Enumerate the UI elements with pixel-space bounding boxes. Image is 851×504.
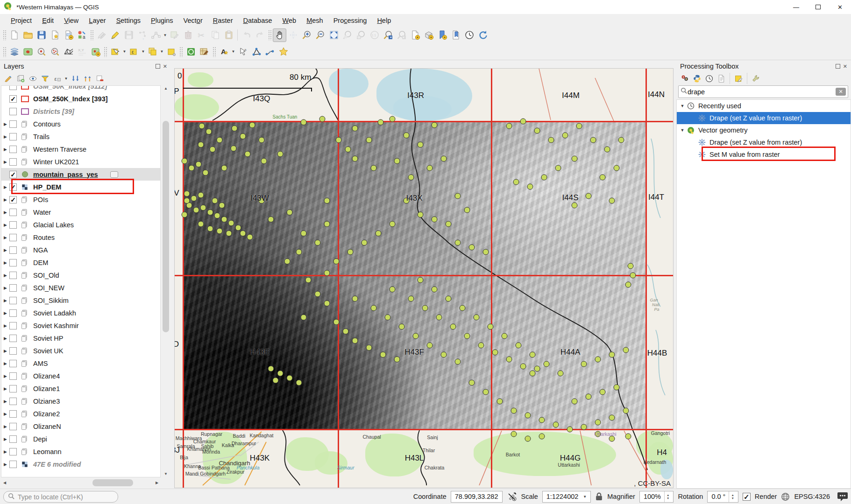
processing-search-box[interactable]: ✕ — [678, 85, 848, 98]
layer-visibility-checkbox[interactable] — [9, 335, 17, 342]
minimize-button[interactable]: — — [785, 0, 807, 14]
field-calculator-button[interactable] — [198, 45, 211, 58]
mountain-pass-point[interactable] — [609, 198, 615, 204]
identify-features-button[interactable] — [184, 45, 198, 58]
mountain-pass-point[interactable] — [497, 399, 503, 405]
mountain-pass-point[interactable] — [464, 207, 470, 213]
mountain-pass-point[interactable] — [378, 119, 384, 126]
mountain-pass-point[interactable] — [228, 220, 234, 226]
coordinate-field[interactable]: 78.909,33.282 — [451, 491, 503, 503]
algorithm-group[interactable]: ▼Vector geometry — [677, 124, 851, 136]
data-source-manager-button[interactable] — [7, 45, 21, 58]
mountain-pass-point[interactable] — [576, 123, 582, 129]
mountain-pass-point[interactable] — [581, 424, 587, 430]
style-manager-button[interactable]: a — [75, 28, 89, 42]
mountain-pass-point[interactable] — [221, 165, 227, 171]
layer-visibility-checkbox[interactable] — [9, 158, 17, 166]
expand-arrow-icon[interactable]: ▶ — [1, 248, 9, 252]
scroll-down-icon[interactable]: ▼ — [162, 471, 170, 477]
layer-visibility-checkbox[interactable] — [9, 284, 17, 292]
mountain-pass-point[interactable] — [483, 249, 489, 255]
toolbar-grip[interactable] — [268, 30, 271, 40]
algorithm-group[interactable]: ▼Recently used — [677, 100, 851, 112]
mountain-pass-point[interactable] — [422, 305, 428, 311]
mountain-pass-point[interactable] — [245, 151, 251, 157]
mountain-pass-point[interactable] — [277, 151, 284, 157]
toolbar-grip[interactable] — [3, 47, 6, 57]
lock-scale-icon[interactable] — [595, 492, 603, 501]
layer-row[interactable]: ▶Soviet UK — [1, 344, 160, 357]
mountain-pass-point[interactable] — [273, 378, 279, 384]
mountain-pass-point[interactable] — [534, 128, 540, 134]
layer-row[interactable]: ▶Trails — [1, 130, 160, 143]
layer-visibility-checkbox[interactable] — [9, 234, 17, 241]
crs-globe-icon[interactable] — [781, 492, 790, 501]
mountain-pass-point[interactable] — [455, 193, 461, 199]
menu-mesh[interactable]: Mesh — [301, 15, 328, 26]
mountain-pass-point[interactable] — [324, 270, 330, 276]
edit-in-place-icon[interactable] — [733, 73, 744, 84]
mountain-pass-point[interactable] — [315, 240, 321, 246]
mountain-pass-point[interactable] — [555, 165, 561, 171]
menu-plugins[interactable]: Plugins — [146, 15, 178, 26]
layers-vertical-scrollbar[interactable]: ▲ ▼ — [162, 85, 170, 477]
expand-arrow-icon[interactable]: ▶ — [1, 311, 9, 315]
mountain-pass-point[interactable] — [352, 126, 358, 132]
new-geopackage-button[interactable] — [89, 45, 102, 58]
layer-row[interactable]: ▶OlizaneN — [1, 420, 160, 433]
layer-visibility-checkbox[interactable] — [9, 221, 17, 229]
layer-visibility-checkbox[interactable] — [9, 347, 17, 355]
mountain-pass-point[interactable] — [469, 245, 475, 251]
mountain-pass-point[interactable] — [581, 361, 587, 367]
extents-toggle-icon[interactable] — [507, 491, 517, 502]
mountain-pass-point[interactable] — [600, 389, 606, 395]
expand-arrow-icon[interactable]: ▶ — [1, 424, 9, 429]
model-designer-icon[interactable] — [679, 73, 690, 84]
toolbar-grip[interactable] — [213, 47, 216, 57]
layer-visibility-checkbox[interactable] — [9, 461, 17, 468]
clear-search-icon[interactable]: ✕ — [836, 88, 846, 96]
layer-visibility-checkbox[interactable] — [9, 246, 17, 254]
mountain-pass-point[interactable] — [191, 196, 197, 202]
mountain-pass-point[interactable] — [548, 137, 554, 143]
mountain-pass-point[interactable] — [511, 431, 517, 437]
expand-arrow-icon[interactable]: ▼ — [679, 128, 686, 133]
mountain-pass-point[interactable] — [240, 231, 246, 237]
layer-row[interactable]: ▶Olizane1 — [1, 382, 160, 395]
mountain-pass-point[interactable] — [506, 357, 512, 363]
mountain-pass-point[interactable] — [572, 399, 578, 405]
mountain-pass-point[interactable] — [324, 221, 330, 227]
expand-arrow-icon[interactable]: ▶ — [1, 298, 9, 303]
mountain-pass-point[interactable] — [404, 133, 410, 139]
mountain-pass-point[interactable] — [408, 175, 414, 181]
layer-row[interactable]: ▶DEM — [1, 256, 160, 269]
mountain-pass-point[interactable] — [432, 122, 438, 128]
menu-project[interactable]: Project — [6, 15, 37, 26]
locator-bar[interactable] — [3, 491, 118, 503]
mountain-pass-point[interactable] — [352, 296, 358, 302]
remove-layer-icon[interactable] — [94, 73, 105, 84]
mountain-pass-point[interactable] — [586, 193, 592, 199]
expand-arrow-icon[interactable]: ▶ — [1, 386, 9, 391]
mountain-pass-point[interactable] — [235, 225, 241, 231]
rotation-spinbox[interactable]: 0.0 ° ▲▼ — [707, 491, 738, 503]
toolbar-grip[interactable] — [104, 47, 107, 57]
mountain-pass-point[interactable] — [413, 333, 419, 339]
mountain-pass-point[interactable] — [534, 366, 540, 372]
mountain-pass-point[interactable] — [446, 296, 452, 302]
mountain-pass-point[interactable] — [446, 221, 452, 227]
mountain-pass-point[interactable] — [418, 212, 424, 218]
close-panel-icon[interactable]: ✕ — [843, 64, 847, 69]
layer-row[interactable]: OSM_50K_Index [5112] — [1, 85, 160, 92]
mountain-pass-point[interactable] — [182, 212, 188, 218]
add-point-cloud-layer-button[interactable] — [48, 45, 62, 58]
mountain-pass-point[interactable] — [441, 156, 447, 162]
mountain-pass-point[interactable] — [184, 191, 190, 197]
maximize-button[interactable] — [807, 0, 829, 14]
processing-search-input[interactable] — [688, 88, 836, 96]
expand-arrow-icon[interactable]: ▶ — [1, 260, 9, 265]
layer-row[interactable]: ▶Water — [1, 206, 160, 218]
mountain-pass-point[interactable] — [366, 137, 372, 143]
layer-visibility-checkbox[interactable] — [9, 133, 17, 140]
layer-visibility-checkbox[interactable] — [9, 209, 17, 216]
